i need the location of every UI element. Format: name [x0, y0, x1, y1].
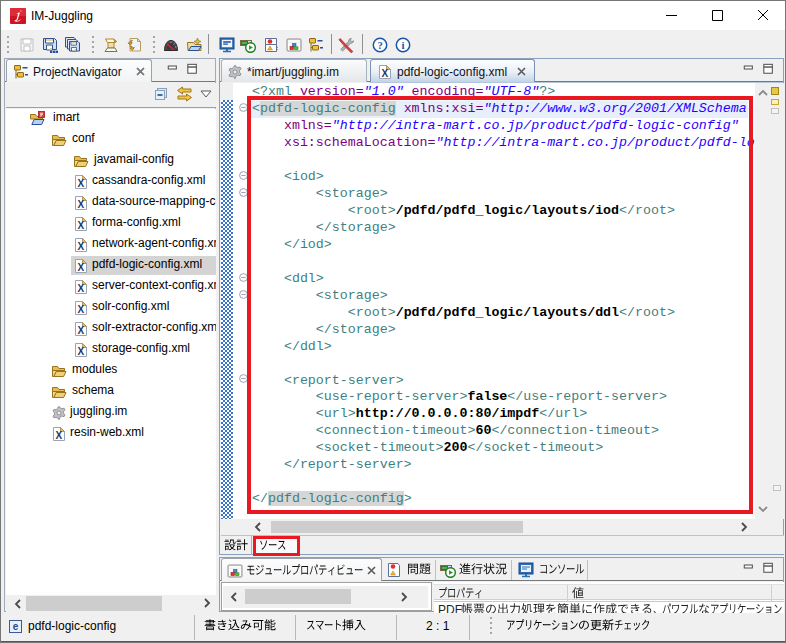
svg-text:?: ?: [377, 40, 382, 51]
svg-text:X: X: [77, 241, 84, 252]
svg-text:X: X: [77, 325, 84, 336]
svg-text:X: X: [77, 304, 84, 315]
svg-text:X: X: [77, 283, 84, 294]
svg-text:X: X: [77, 178, 84, 189]
svg-text:X: X: [77, 220, 84, 231]
svg-text:X: X: [77, 346, 84, 357]
svg-text:X: X: [381, 68, 388, 79]
svg-text:i: i: [401, 39, 404, 51]
svg-text:X: X: [77, 262, 84, 273]
svg-text:X: X: [77, 199, 84, 210]
svg-text:X: X: [55, 430, 62, 441]
